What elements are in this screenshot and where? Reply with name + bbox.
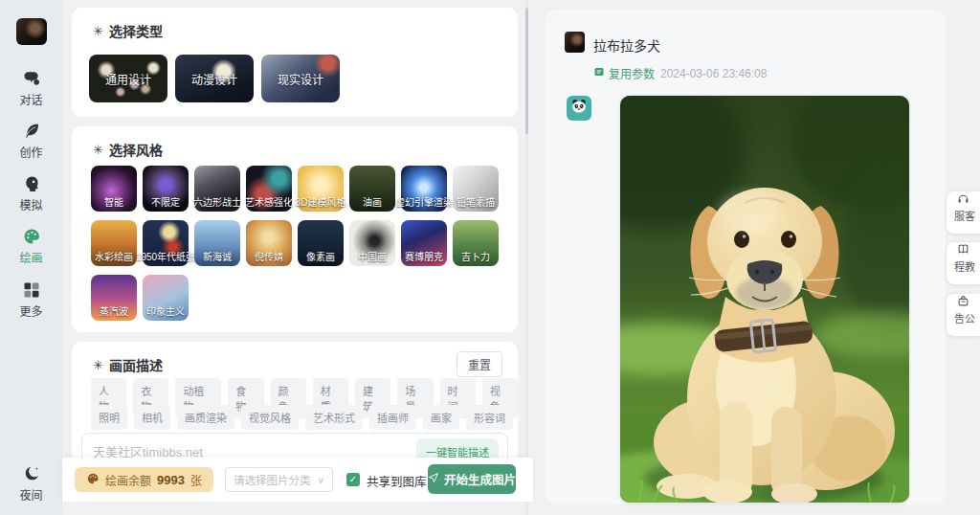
type-tile-general[interactable]: 通用设计 [89,55,167,102]
tab-label: 公告 [953,313,974,336]
balance-value: 9993 [157,473,185,487]
footer-bar: 绘画余额 9993 张 请选择图片分类 ∨ ✓ 共享到图库 开始生成图片 [62,458,533,502]
sidebar-item-chat[interactable]: 对话 [0,69,62,107]
result-panel: 拉布拉多犬 复用参数 2024-03-06 23:46:08 [546,10,946,504]
user-avatar [565,32,585,53]
style-section-card: ✳ 选择风格 智能 不限定 六边形战士 艺术感强化 3D建模风格 油画 虚幻引擎… [72,126,518,332]
sidebar-item-label: 更多 [0,302,62,319]
prompt-tag[interactable]: 画家 [423,405,459,430]
style-tile[interactable]: 吉卜力 [453,220,499,266]
image-category-select[interactable]: 请选择图片分类 ∨ [225,467,333,492]
tag-row-2: 照明相机画质渲染视觉风格艺术形式插画师画家形容词 [91,405,513,430]
style-tile-label: 不限定 [151,194,180,209]
type-tile-label: 动漫设计 [191,71,237,87]
balance-unit: 张 [190,472,202,488]
category-placeholder: 请选择图片分类 [234,472,311,487]
style-tile[interactable]: 1950年代纸张 [143,220,189,266]
style-tile[interactable]: 倪传婧 [246,220,292,266]
style-tile-label: 六边形战士 [193,194,241,209]
style-tile[interactable]: 中国画 [349,220,395,266]
avatar[interactable] [16,18,47,45]
share-to-gallery-label: 共享到图库 [367,472,427,490]
style-tile[interactable]: 智能 [91,166,137,212]
sidebar-item-label: 绘画 [0,249,62,265]
style-tile[interactable]: 3D建模风格 [298,166,344,212]
style-tile[interactable]: 水彩绘画 [91,220,137,266]
tutorial-tab[interactable]: 教程 [947,242,980,284]
announcement-tab[interactable]: 公告 [947,294,980,336]
share-to-gallery-checkbox[interactable]: ✓ [346,473,360,486]
style-tile[interactable]: 新海诚 [194,220,240,266]
generate-image-button[interactable]: 开始生成图片 [428,464,516,494]
balance-pill[interactable]: 绘画余额 9993 张 [75,467,213,492]
feather-icon [0,122,62,141]
type-tile-realistic[interactable]: 现实设计 [261,55,340,102]
prompt-tag[interactable]: 形容词 [466,405,513,430]
reset-button[interactable]: 重置 [457,351,502,377]
reuse-params-button[interactable]: 复用参数 [593,65,655,81]
prompt-tag[interactable]: 相机 [134,405,170,430]
sidebar-item-night-mode[interactable]: 夜间 [0,464,62,503]
style-tile[interactable]: 不限定 [143,166,189,212]
style-tile-label: 印象主义 [146,303,185,318]
sidebar-item-more[interactable]: 更多 [0,280,62,319]
bot-avatar [567,96,591,121]
style-tile-label: 1950年代纸张 [136,249,195,263]
prompt-tag[interactable]: 画质渲染 [177,405,234,430]
type-tile-label: 现实设计 [278,71,323,87]
style-tile[interactable]: 虚幻引擎渲染 [401,166,447,212]
book-icon [957,242,969,259]
prompt-tag[interactable]: 照明 [91,405,127,430]
style-tile-label: 3D建模风格 [296,194,346,209]
style-grid: 智能 不限定 六边形战士 艺术感强化 3D建模风格 油画 虚幻引擎渲染 铅笔素描… [91,166,499,321]
style-tile[interactable]: 铅笔素描 [453,166,499,212]
style-tile[interactable]: 像素画 [298,220,344,266]
prompt-tag[interactable]: 插画师 [369,405,416,430]
style-tile[interactable]: 艺术感强化 [246,166,292,212]
copy-params-icon [593,66,605,80]
sidebar-item-simulate[interactable]: 模拟 [0,174,62,213]
style-tile[interactable]: 印象主义 [143,275,189,321]
sidebar-item-create[interactable]: 创作 [0,122,62,160]
style-tile[interactable]: 油画 [349,166,395,212]
style-tile-label: 铅笔素描 [457,194,495,209]
style-tile-label: 艺术感强化 [245,194,293,209]
panda-icon [569,97,589,120]
sidebar: 对话 创作 模拟 绘画 更多 夜间 [0,0,62,515]
announcement-icon [957,294,969,311]
type-section-card: ✳ 选择类型 通用设计 动漫设计 现实设计 [72,8,518,117]
timestamp: 2024-03-06 23:46:08 [660,67,767,80]
sidebar-item-label: 对话 [0,91,62,107]
style-tile-label: 新海诚 [203,249,232,263]
type-tile-row: 通用设计 动漫设计 现实设计 [89,55,340,102]
style-tile[interactable]: 赛博朋克 [401,220,447,266]
prompt-tag[interactable]: 艺术形式 [305,405,363,430]
style-tile-label: 蒸汽波 [100,303,128,318]
chat-icon [0,69,62,88]
sidebar-item-label: 模拟 [0,196,62,213]
type-tile-label: 通用设计 [105,71,151,87]
palette-icon [0,227,62,246]
type-section-title: ✳ 选择类型 [93,21,163,40]
asterisk-icon: ✳ [93,24,103,38]
style-tile-label: 中国画 [358,249,387,263]
type-tile-anime[interactable]: 动漫设计 [175,55,254,102]
head-icon [0,174,62,193]
chevron-down-icon: ∨ [318,475,324,485]
sidebar-item-paint[interactable]: 绘画 [0,227,62,265]
customer-service-tab[interactable]: 客服 [947,191,980,234]
style-tile[interactable]: 蒸汽波 [91,275,137,321]
style-tile-label: 虚幻引擎渲染 [395,194,453,209]
moon-icon [0,464,62,483]
generated-dog-image[interactable] [620,96,909,503]
sidebar-item-label: 创作 [0,144,62,160]
asterisk-icon: ✳ [93,143,103,157]
style-tile[interactable]: 六边形战士 [194,166,240,212]
style-tile-label: 水彩绘画 [95,249,133,263]
tab-label: 客服 [953,211,974,234]
style-tile-label: 吉卜力 [461,249,490,263]
style-section-title: ✳ 选择风格 [93,140,163,159]
prompt-tag[interactable]: 视觉风格 [241,405,299,430]
scrollbar-thumb[interactable] [525,8,528,134]
prompt-title: 拉布拉多犬 [593,35,660,55]
